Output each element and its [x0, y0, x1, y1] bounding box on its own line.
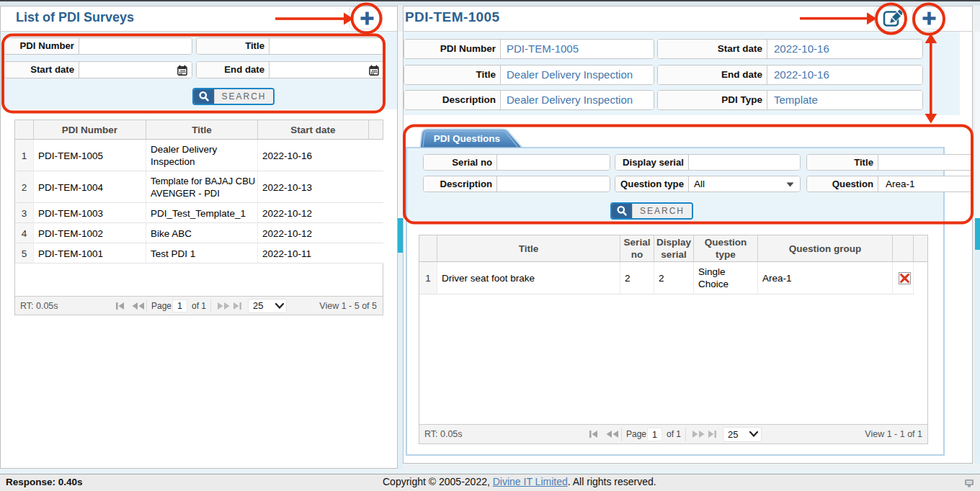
svg-text:PDI Questions: PDI Questions: [434, 133, 500, 144]
